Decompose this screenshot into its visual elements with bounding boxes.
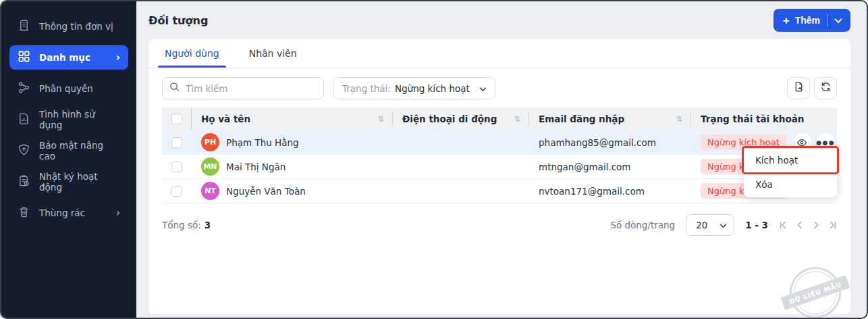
rows-per-page-label: Số dòng/trang [610, 220, 675, 230]
select-all-cell [162, 107, 192, 130]
plus-icon: + [783, 15, 790, 26]
column-header-phone[interactable]: Điện thoại di động ⇅ [393, 112, 529, 126]
last-page-button[interactable] [828, 220, 837, 230]
sidebar-item-categories[interactable]: Danh mục › [9, 45, 128, 70]
total-label: Tổng số: [162, 220, 201, 230]
main-area: Đối tượng + Thêm Người dùng Nhân viên [136, 1, 867, 318]
column-label: Trạng thái tài khoản [701, 114, 804, 124]
prev-page-button[interactable] [795, 220, 805, 230]
pagination-controls: Số dòng/trang 20 1 - 3 [610, 214, 837, 236]
next-page-button[interactable] [811, 220, 821, 230]
trash-icon [18, 205, 30, 220]
page-range: 1 - 3 [745, 220, 768, 230]
sort-icon[interactable]: ⇅ [378, 115, 384, 124]
page-title: Đối tượng [148, 14, 208, 27]
tab-bar: Người dùng Nhân viên [148, 39, 850, 68]
avatar: MN [201, 157, 219, 176]
grid-icon [18, 50, 30, 65]
sample-data-watermark: DỮ LIỆU MẪU [783, 260, 848, 319]
table-row[interactable]: MN Mai Thị Ngân mtngan@gmail.com Ngừng k… [162, 155, 837, 179]
user-name: Phạm Thu Hằng [226, 137, 299, 148]
column-label: Điện thoại di động [402, 114, 497, 124]
chevron-down-icon [720, 220, 727, 230]
table-row[interactable]: PH Phạm Thu Hằng phamhang85@gmail.com Ng… [162, 130, 837, 155]
add-button[interactable]: + Thêm [774, 9, 850, 32]
add-button-label: Thêm [795, 15, 820, 26]
select-all-checkbox[interactable] [171, 114, 182, 124]
sidebar-item-activity-log[interactable]: Nhật ký hoạt động [9, 170, 128, 194]
toolbar-actions [787, 77, 837, 99]
shield-icon [18, 143, 30, 158]
chevron-right-icon: › [116, 53, 120, 63]
avatar: PH [201, 133, 219, 151]
filter-value: Ngừng kích hoạt [395, 83, 470, 94]
sidebar-item-label: Thùng rác [39, 207, 85, 218]
chevron-down-icon[interactable] [834, 16, 842, 26]
user-name: Nguyễn Văn Toàn [226, 186, 306, 197]
ellipsis-icon: ●●● [816, 139, 835, 146]
row-context-menu: Kích hoạt Xóa [744, 147, 837, 197]
activity-log-icon [18, 174, 30, 189]
filter-label: Trạng thái: [342, 83, 391, 94]
first-page-button[interactable] [779, 220, 788, 230]
export-icon [793, 81, 805, 95]
name-cell: PH Phạm Thu Hằng [192, 133, 393, 151]
sidebar-item-label: Bảo mật nâng cao [39, 140, 120, 162]
sidebar-item-usage[interactable]: Tình hình sử dụng [9, 107, 128, 132]
row-checkbox[interactable] [171, 137, 182, 148]
chevron-right-icon: › [116, 208, 120, 218]
table-header-row: Họ và tên ⇅ Điện thoại di động ⇅ Email đ… [162, 107, 837, 130]
tab-employees[interactable]: Nhân viên [246, 39, 300, 68]
menu-item-delete[interactable]: Xóa [744, 172, 837, 197]
email-cell: phamhang85@gmail.com [529, 137, 691, 148]
email-cell: mtngan@gmail.com [529, 162, 691, 172]
sidebar-item-unit-info[interactable]: Thông tin đơn vị [9, 14, 128, 39]
sort-icon[interactable]: ⇅ [676, 115, 682, 124]
users-table: Họ và tên ⇅ Điện thoại di động ⇅ Email đ… [162, 107, 837, 203]
button-divider [827, 14, 828, 26]
page-size-value: 20 [696, 220, 707, 230]
app-window: Thông tin đơn vị Danh mục › Phân quyền T… [0, 0, 868, 319]
refresh-icon [820, 81, 832, 95]
table-row[interactable]: NT Nguyễn Văn Toàn nvtoan171@gmail.com N… [162, 179, 837, 203]
row-checkbox-cell [162, 186, 192, 197]
search-box[interactable] [162, 77, 324, 99]
total-value: 3 [205, 220, 211, 230]
name-cell: MN Mai Thị Ngân [192, 157, 393, 176]
sidebar-item-label: Phân quyền [39, 83, 93, 94]
status-filter-dropdown[interactable]: Trạng thái: Ngừng kích hoạt [333, 77, 495, 99]
page-header: Đối tượng + Thêm [136, 1, 867, 39]
sidebar-item-label: Danh mục [39, 52, 90, 63]
sort-icon[interactable]: ⇅ [514, 115, 520, 124]
building-icon [18, 19, 30, 34]
page-size-select[interactable]: 20 [686, 214, 734, 236]
refresh-button[interactable] [814, 77, 837, 99]
sidebar-item-label: Thông tin đơn vị [39, 21, 113, 32]
sidebar-item-permissions[interactable]: Phân quyền [9, 76, 128, 101]
pager [779, 220, 837, 230]
column-header-email[interactable]: Email đăng nhập ⇅ [529, 112, 691, 126]
row-checkbox[interactable] [171, 186, 182, 197]
column-header-status[interactable]: Trạng thái tài khoản [691, 112, 837, 126]
export-button[interactable] [787, 77, 810, 99]
chevron-down-icon [474, 82, 487, 95]
column-label: Email đăng nhập [539, 114, 624, 124]
sidebar: Thông tin đơn vị Danh mục › Phân quyền T… [1, 1, 136, 318]
tab-users[interactable]: Người dùng [162, 39, 222, 68]
column-header-name[interactable]: Họ và tên ⇅ [192, 112, 393, 126]
sidebar-item-label: Tình hình sử dụng [39, 109, 120, 130]
column-label: Họ và tên [201, 114, 250, 124]
sidebar-item-security[interactable]: Bảo mật nâng cao [9, 139, 128, 163]
content-card: Người dùng Nhân viên Trạng thái: Ngừng k… [148, 39, 850, 314]
toolbar: Trạng thái: Ngừng kích hoạt [148, 68, 850, 106]
sidebar-item-label: Nhật ký hoạt động [39, 171, 120, 193]
sidebar-item-trash[interactable]: Thùng rác › [9, 201, 128, 225]
row-checkbox[interactable] [171, 162, 182, 172]
name-cell: NT Nguyễn Văn Toàn [192, 182, 393, 200]
search-input[interactable] [186, 83, 317, 94]
hierarchy-icon [18, 81, 30, 96]
row-checkbox-cell [162, 162, 192, 172]
row-checkbox-cell [162, 137, 192, 148]
table-footer: Tổng số: 3 Số dòng/trang 20 1 - 3 [148, 203, 850, 247]
menu-item-activate[interactable]: Kích hoạt [744, 148, 837, 172]
